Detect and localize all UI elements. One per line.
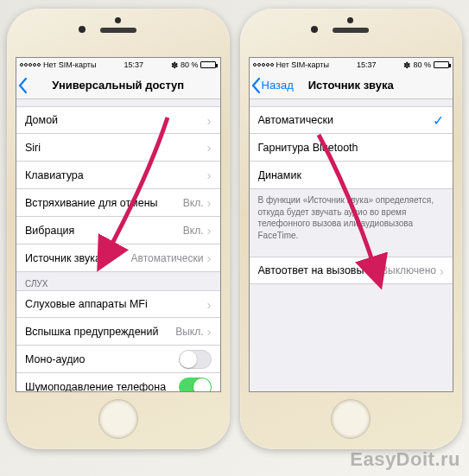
status-bar: Нет SIM-карты 15:37 ✽ 80 %	[250, 58, 453, 72]
row-label: Гарнитура Bluetooth	[258, 142, 445, 154]
home-button[interactable]	[98, 399, 138, 439]
row-label: Клавиатура	[25, 169, 207, 181]
back-label: Назад	[262, 79, 294, 92]
row-label: Встряхивание для отмены	[25, 197, 183, 209]
battery-percent: 80 %	[181, 60, 199, 69]
bluetooth-icon: ✽	[403, 60, 410, 70]
chevron-right-icon: ›	[207, 224, 212, 237]
row-mono-audio[interactable]: Моно-аудио	[16, 346, 220, 373]
signal-dots-icon	[253, 63, 274, 67]
row-siri[interactable]: Siri›	[16, 134, 220, 162]
row-label: Siri	[25, 142, 207, 154]
chevron-right-icon: ›	[440, 264, 444, 277]
battery-icon	[434, 61, 449, 68]
battery-icon	[200, 61, 216, 68]
chevron-right-icon: ›	[207, 114, 212, 127]
row-flash-alerts[interactable]: Вспышка предупрежденийВыкл.›	[16, 318, 220, 346]
row-vibration[interactable]: ВибрацияВкл.›	[16, 217, 220, 244]
chevron-left-icon	[251, 78, 261, 93]
nav-bar: Универсальный доступ	[16, 72, 220, 99]
row-label: Вибрация	[25, 225, 183, 237]
row-label: Динамик	[258, 169, 445, 181]
row-label: Слуховые аппараты MFi	[25, 298, 207, 310]
checkmark-icon: ✓	[433, 112, 444, 129]
row-auto-answer[interactable]: Автоответ на вызовыВыключено›	[250, 257, 453, 284]
row-label: Вспышка предупреждений	[25, 326, 175, 338]
row-noise-cancel[interactable]: Шумоподавление телефона	[16, 373, 220, 391]
row-value: Автоматически	[131, 252, 204, 264]
row-shake-undo[interactable]: Встряхивание для отменыВкл.›	[16, 189, 220, 217]
row-value: Выкл.	[175, 326, 203, 338]
bluetooth-icon: ✽	[171, 60, 178, 70]
settings-list: Автоматически✓ Гарнитура Bluetooth Динам…	[250, 99, 453, 391]
toggle-mono-audio[interactable]	[179, 350, 212, 369]
row-value: Вкл.	[183, 225, 204, 237]
battery-percent: 80 %	[413, 60, 431, 69]
settings-list: Домой› Siri› Клавиатура› Встряхивание дл…	[16, 99, 220, 391]
screen-audio-source: Нет SIM-карты 15:37 ✽ 80 % Назад Источни…	[249, 57, 454, 392]
section-header-hearing: слух	[16, 272, 220, 290]
row-automatic[interactable]: Автоматически✓	[250, 106, 453, 134]
chevron-right-icon: ›	[207, 251, 212, 264]
back-button[interactable]: Назад	[250, 78, 294, 93]
toggle-noise-cancel[interactable]	[179, 378, 212, 392]
row-hearing-aids[interactable]: Слуховые аппараты MFi›	[16, 290, 220, 318]
chevron-right-icon: ›	[207, 298, 212, 311]
chevron-right-icon: ›	[207, 141, 212, 154]
row-home[interactable]: Домой›	[16, 106, 220, 134]
status-time: 15:37	[124, 60, 143, 69]
carrier-text: Нет SIM-карты	[43, 60, 96, 69]
back-button[interactable]	[16, 78, 28, 93]
row-label: Автоматически	[258, 114, 434, 126]
chevron-right-icon: ›	[207, 168, 212, 181]
row-keyboard[interactable]: Клавиатура›	[16, 162, 220, 189]
watermark: EasyDoit.ru	[350, 448, 460, 471]
row-label: Автоответ на вызовы	[258, 264, 382, 276]
row-value: Вкл.	[183, 197, 204, 209]
row-label: Источник звука	[25, 252, 131, 264]
row-value: Выключено	[381, 264, 436, 276]
row-audio-source[interactable]: Источник звукаАвтоматически›	[16, 244, 220, 272]
chevron-right-icon: ›	[207, 196, 212, 209]
status-time: 15:37	[357, 60, 377, 69]
status-bar: Нет SIM-карты 15:37 ✽ 80 %	[16, 58, 220, 72]
nav-bar: Назад Источник звука	[250, 72, 453, 99]
chevron-right-icon: ›	[207, 325, 212, 338]
row-bluetooth-headset[interactable]: Гарнитура Bluetooth	[250, 134, 453, 162]
row-label: Моно-аудио	[25, 353, 179, 365]
home-button[interactable]	[331, 399, 371, 439]
chevron-left-icon	[18, 78, 28, 93]
nav-title: Универсальный доступ	[16, 79, 220, 92]
row-speaker[interactable]: Динамик	[250, 162, 453, 189]
iphone-right: Нет SIM-карты 15:37 ✽ 80 % Назад Источни…	[240, 9, 463, 449]
screen-accessibility: Нет SIM-карты 15:37 ✽ 80 % Универсальный…	[16, 57, 221, 392]
row-label: Шумоподавление телефона	[25, 381, 179, 392]
signal-dots-icon	[20, 63, 41, 67]
iphone-left: Нет SIM-карты 15:37 ✽ 80 % Универсальный…	[7, 9, 230, 449]
section-footer: В функции «Источник звука» определяется,…	[250, 189, 453, 246]
carrier-text: Нет SIM-карты	[276, 60, 329, 69]
row-label: Домой	[25, 114, 207, 126]
